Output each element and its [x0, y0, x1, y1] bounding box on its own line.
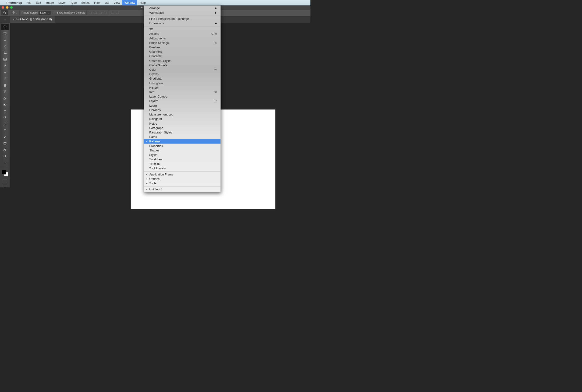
wand-tool[interactable] — [1, 43, 9, 50]
menu-item-shapes[interactable]: Shapes — [144, 148, 221, 152]
menu-item-libraries[interactable]: Libraries — [144, 108, 221, 112]
menubar-window[interactable]: Window — [122, 0, 137, 5]
menu-item-measurement-log[interactable]: Measurement Log — [144, 112, 221, 117]
heal-tool[interactable] — [1, 69, 9, 76]
menu-item-application-frame[interactable]: ✓Application Frame — [144, 172, 221, 177]
type-tool[interactable] — [1, 127, 9, 134]
zoom-tool[interactable] — [1, 153, 9, 160]
brush-tool[interactable] — [1, 75, 9, 82]
menu-item-brush-settings[interactable]: Brush SettingsF5 — [144, 40, 221, 45]
menu-item-color[interactable]: ColorF6 — [144, 68, 221, 72]
dodge-tool[interactable] — [1, 114, 9, 121]
frame-tool[interactable] — [1, 56, 9, 62]
eyedropper-tool[interactable] — [1, 62, 9, 69]
hand-tool[interactable] — [1, 146, 9, 153]
menu-item-find-extensions-on-exchange-[interactable]: Find Extensions on Exchange... — [144, 16, 221, 21]
menu-item-channels[interactable]: Channels — [144, 50, 221, 54]
menu-item-properties[interactable]: Properties — [144, 144, 221, 148]
more-tools[interactable] — [1, 160, 9, 166]
menu-item-navigator[interactable]: Navigator — [144, 117, 221, 121]
menu-item-brushes[interactable]: Brushes — [144, 45, 221, 50]
tools-panel — [0, 23, 10, 187]
menubar-3d[interactable]: 3D — [103, 0, 111, 5]
auto-select-label: Auto-Select: — [24, 12, 38, 14]
menu-item-history[interactable]: History — [144, 86, 221, 90]
menu-item-arrange[interactable]: Arrange▶ — [144, 6, 221, 10]
align-left-icon[interactable] — [88, 11, 92, 15]
document-tab[interactable]: × Untitled-1 @ 100% (RGB/8) — [10, 16, 55, 23]
screenmode-icon[interactable] — [3, 184, 7, 187]
lasso-tool[interactable] — [1, 37, 9, 43]
menu-item-tool-presets[interactable]: Tool Presets — [144, 166, 221, 170]
menubar-edit[interactable]: Edit — [34, 0, 43, 5]
color-swatches[interactable] — [2, 170, 8, 176]
blur-tool[interactable] — [1, 108, 9, 114]
path-select-tool[interactable] — [1, 134, 9, 140]
move-tool[interactable] — [1, 24, 9, 30]
menu-item-paragraph-styles[interactable]: Paragraph Styles — [144, 130, 221, 135]
menubar-view[interactable]: View — [111, 0, 122, 5]
close-tab-icon[interactable]: × — [13, 18, 14, 21]
distribute-v-icon[interactable] — [115, 11, 120, 15]
menubar-filter[interactable]: Filter — [92, 0, 103, 5]
menu-item-untitled-1[interactable]: ✓Untitled-1 — [144, 187, 221, 192]
zoom-window-button[interactable] — [10, 6, 13, 9]
close-window-button[interactable] — [2, 6, 4, 9]
panel-collapse-icon[interactable]: » — [0, 16, 10, 23]
auto-select-target-dropdown[interactable]: Layer⌄ — [39, 11, 51, 15]
quickmask-icon[interactable] — [3, 180, 7, 183]
menubar-image[interactable]: Image — [43, 0, 56, 5]
menu-item-patterns[interactable]: ✓Patterns — [144, 139, 221, 144]
menu-item-character[interactable]: Character — [144, 54, 221, 58]
align-right-icon[interactable] — [98, 11, 102, 15]
svg-point-11 — [6, 163, 6, 163]
menu-item-histogram[interactable]: Histogram — [144, 81, 221, 86]
check-icon: ✓ — [146, 188, 148, 191]
menu-item-adjustments[interactable]: Adjustments — [144, 36, 221, 40]
shape-tool[interactable] — [1, 140, 9, 147]
move-tool-icon: ⌄ — [11, 11, 18, 14]
menubar-select[interactable]: Select — [79, 0, 92, 5]
menu-item-tools[interactable]: ✓Tools — [144, 181, 221, 186]
menu-item-paths[interactable]: Paths — [144, 135, 221, 139]
menu-item-character-styles[interactable]: Character Styles — [144, 58, 221, 63]
distribute-h-icon[interactable] — [110, 11, 114, 15]
menu-item-timeline[interactable]: Timeline — [144, 162, 221, 166]
marquee-tool[interactable] — [1, 30, 9, 37]
home-button[interactable] — [1, 10, 8, 15]
menubar-file[interactable]: File — [24, 0, 34, 5]
foreground-swatch[interactable] — [2, 170, 6, 174]
menu-item-layers[interactable]: LayersF7 — [144, 99, 221, 103]
menu-item-learn[interactable]: Learn — [144, 103, 221, 108]
menu-item-glyphs[interactable]: Glyphs — [144, 72, 221, 76]
menubar-layer[interactable]: Layer — [56, 0, 68, 5]
pen-tool[interactable] — [1, 121, 9, 127]
eraser-tool[interactable] — [1, 95, 9, 102]
menu-item-extensions[interactable]: Extensions▶ — [144, 21, 221, 26]
align-top-icon[interactable] — [103, 11, 107, 15]
stamp-tool[interactable] — [1, 82, 9, 88]
align-hcenter-icon[interactable] — [93, 11, 97, 15]
auto-select-checkbox[interactable] — [21, 12, 24, 14]
menu-item-gradients[interactable]: Gradients — [144, 76, 221, 81]
menu-item-styles[interactable]: Styles — [144, 152, 221, 157]
menubar-type[interactable]: Type — [68, 0, 79, 5]
menubar-help[interactable]: Help — [137, 0, 148, 5]
check-icon: ✓ — [146, 177, 148, 180]
menu-item-paragraph[interactable]: Paragraph — [144, 126, 221, 130]
menu-item-workspace[interactable]: Workspace▶ — [144, 10, 221, 15]
transform-checkbox[interactable] — [54, 12, 56, 14]
minimize-window-button[interactable] — [6, 6, 9, 9]
menu-item-clone-source[interactable]: Clone Source — [144, 63, 221, 68]
menu-item-info[interactable]: InfoF8 — [144, 90, 221, 94]
menu-item-notes[interactable]: Notes — [144, 121, 221, 126]
menu-item-swatches[interactable]: Swatches — [144, 157, 221, 162]
crop-tool[interactable] — [1, 50, 9, 56]
menu-item-actions[interactable]: Actions⌥F9 — [144, 32, 221, 36]
gradient-tool[interactable] — [1, 101, 9, 108]
menu-item-options[interactable]: ✓Options — [144, 177, 221, 181]
history-brush-tool[interactable] — [1, 88, 9, 95]
menu-item-layer-comps[interactable]: Layer Comps — [144, 94, 221, 99]
menubar-app[interactable]: Photoshop — [4, 0, 24, 5]
menu-item-3d[interactable]: 3D — [144, 27, 221, 32]
